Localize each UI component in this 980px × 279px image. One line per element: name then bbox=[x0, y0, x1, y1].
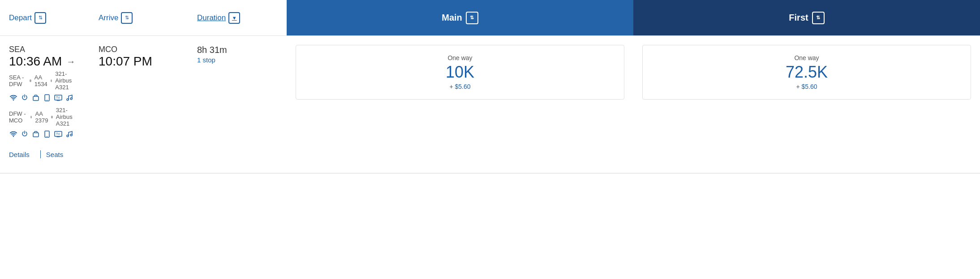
segment2-route: DFW - MCO bbox=[9, 110, 27, 124]
segment1-aircraft: 321-Airbus A321 bbox=[55, 70, 81, 91]
first-price-taxes: + $5.60 bbox=[796, 83, 817, 90]
seats-button[interactable]: Seats bbox=[46, 150, 69, 158]
flight-row: SEA 10:36 AM → SEA - DFW AA 1534 321-Air… bbox=[0, 36, 980, 173]
first-price-wrapper: One way 72.5K + $5.60 bbox=[633, 45, 980, 100]
depart-sort-button[interactable]: Depart ⇅ bbox=[9, 12, 46, 24]
svg-point-13 bbox=[70, 134, 72, 136]
main-price-taxes: + $5.60 bbox=[449, 83, 470, 90]
duration-header-col: Duration ▼ bbox=[188, 0, 287, 35]
route-arrow: → bbox=[66, 57, 75, 67]
flight-duration-col: 8h 31m 1 stop bbox=[188, 45, 287, 64]
results-header: Depart ⇅ Arrive ⇅ Duration ▼ Main ⇅ Firs… bbox=[0, 0, 980, 36]
svg-text:TV: TV bbox=[56, 132, 60, 135]
depart-label: Depart bbox=[9, 13, 32, 22]
segment2-amenities: TV bbox=[9, 130, 81, 139]
segment2-dot2 bbox=[51, 116, 52, 118]
segment1-info: SEA - DFW AA 1534 321-Airbus A321 bbox=[9, 70, 81, 91]
svg-point-5 bbox=[67, 99, 69, 100]
depart-header-col: Depart ⇅ bbox=[0, 0, 90, 35]
svg-point-2 bbox=[47, 100, 47, 100]
main-cabin-header[interactable]: Main ⇅ bbox=[287, 0, 633, 35]
bag-icon bbox=[31, 93, 40, 102]
first-cabin-sort-icon: ⇅ bbox=[812, 12, 825, 24]
svg-point-12 bbox=[67, 135, 69, 137]
arrive-time: 10:07 PM bbox=[99, 54, 152, 69]
segment1-dot1 bbox=[30, 79, 31, 82]
flight-results-container: Depart ⇅ Arrive ⇅ Duration ▼ Main ⇅ Firs… bbox=[0, 0, 980, 174]
first-cabin-label: First bbox=[789, 13, 808, 23]
main-price-value: 10K bbox=[446, 63, 474, 81]
arrive-sort-button[interactable]: Arrive ⇅ bbox=[99, 12, 133, 24]
flight-depart-col: SEA 10:36 AM → SEA - DFW AA 1534 321-Air… bbox=[0, 45, 90, 164]
svg-rect-0 bbox=[33, 96, 39, 100]
phone-icon bbox=[43, 93, 52, 102]
segment1-route: SEA - DFW bbox=[9, 74, 26, 87]
footer-divider bbox=[40, 150, 41, 158]
music-icon-2 bbox=[65, 130, 74, 139]
segment1-dot2 bbox=[51, 79, 52, 82]
phone-icon-2 bbox=[43, 130, 52, 139]
main-cabin-sort-icon: ⇅ bbox=[466, 12, 478, 24]
segment1-flight: AA 1534 bbox=[34, 74, 47, 87]
depart-time: 10:36 AM bbox=[9, 54, 62, 69]
music-icon bbox=[65, 93, 74, 102]
main-price-cell[interactable]: One way 10K + $5.60 bbox=[296, 45, 624, 100]
dest-code: MCO bbox=[99, 45, 179, 54]
wifi-icon-2 bbox=[9, 130, 18, 139]
first-price-cell[interactable]: One way 72.5K + $5.60 bbox=[642, 45, 971, 100]
arrive-time-display: 10:07 PM bbox=[99, 54, 179, 69]
main-price-wrapper: One way 10K + $5.60 bbox=[287, 45, 633, 100]
arrive-header-col: Arrive ⇅ bbox=[90, 0, 188, 35]
segment2-flight: AA 2379 bbox=[35, 110, 48, 124]
svg-text:TV: TV bbox=[56, 96, 60, 99]
tv-icon: TV bbox=[54, 93, 63, 102]
origin-code: SEA bbox=[9, 45, 81, 54]
segment1-amenities: TV bbox=[9, 93, 81, 102]
duration-value: 8h 31m bbox=[197, 45, 278, 55]
svg-point-9 bbox=[47, 136, 47, 137]
depart-time-display: 10:36 AM → bbox=[9, 54, 81, 69]
duration-label: Duration bbox=[197, 13, 226, 22]
main-price-label: One way bbox=[447, 54, 472, 61]
duration-sort-icon: ▼ bbox=[228, 12, 240, 24]
first-price-label: One way bbox=[794, 54, 819, 61]
first-cabin-header[interactable]: First ⇅ bbox=[633, 0, 980, 35]
flight-actions: Details Seats bbox=[9, 145, 81, 164]
bag-icon-2 bbox=[31, 130, 40, 139]
power-icon-2 bbox=[20, 130, 29, 139]
main-cabin-label: Main bbox=[442, 13, 462, 23]
svg-point-6 bbox=[70, 98, 72, 100]
tv-icon-2: TV bbox=[54, 130, 63, 139]
depart-sort-icon: ⇅ bbox=[34, 12, 46, 24]
details-button[interactable]: Details bbox=[9, 150, 35, 158]
segment2-aircraft: 321-Airbus A321 bbox=[56, 107, 81, 127]
wifi-icon bbox=[9, 93, 18, 102]
stops-value: 1 stop bbox=[197, 56, 278, 64]
duration-sort-button[interactable]: Duration ▼ bbox=[197, 12, 240, 24]
flight-arrive-col: MCO 10:07 PM bbox=[90, 45, 188, 69]
first-price-value: 72.5K bbox=[786, 63, 828, 81]
arrive-label: Arrive bbox=[99, 13, 118, 22]
svg-rect-7 bbox=[33, 133, 39, 137]
segment2-dot1 bbox=[30, 116, 32, 118]
arrive-sort-icon: ⇅ bbox=[121, 12, 133, 24]
segment2-info: DFW - MCO AA 2379 321-Airbus A321 bbox=[9, 107, 81, 127]
power-icon bbox=[20, 93, 29, 102]
